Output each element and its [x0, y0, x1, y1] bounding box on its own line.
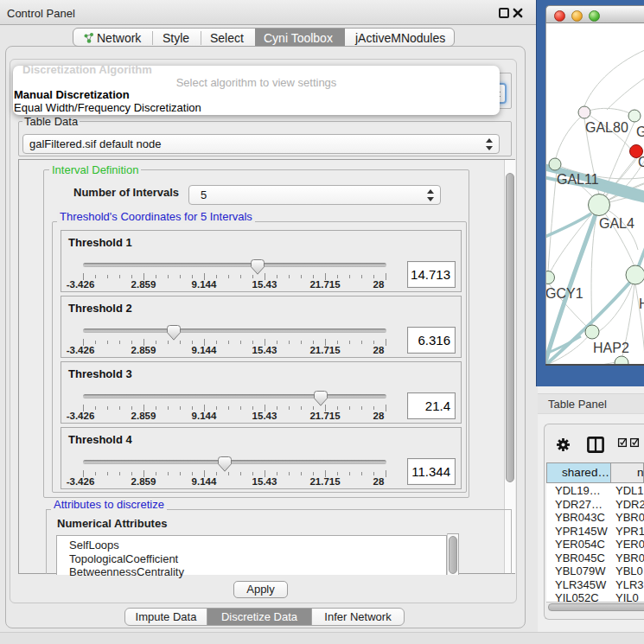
svg-text:GAL11: GAL11 — [557, 172, 599, 187]
svg-text:H: H — [639, 296, 644, 311]
svg-text:GAL4: GAL4 — [599, 216, 634, 231]
svg-text:HAP2: HAP2 — [593, 341, 629, 355]
svg-text:GA: GA — [636, 124, 644, 139]
svg-text:GCY1: GCY1 — [546, 286, 583, 301]
svg-text:GAL80: GAL80 — [585, 120, 628, 135]
svg-text:C: C — [638, 155, 644, 169]
